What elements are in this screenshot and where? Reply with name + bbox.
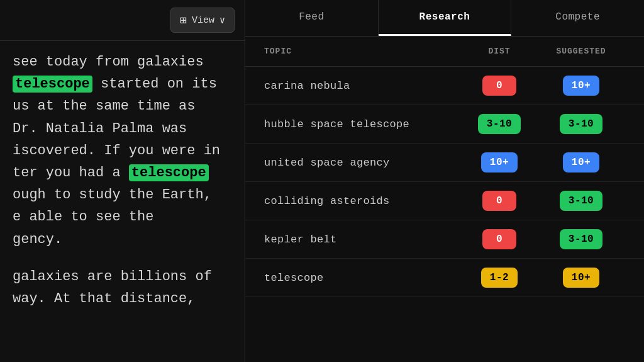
dist-cell: 3-10 <box>462 114 537 134</box>
table-rows: carina nebula 0 10+ hubble space telesco… <box>245 67 644 297</box>
suggested-cell: 10+ <box>537 76 625 96</box>
dist-badge: 0 <box>482 229 516 249</box>
text-line: started on its <box>92 76 217 92</box>
header-dist: DIST <box>462 47 537 56</box>
suggested-cell: 3-10 <box>537 114 625 134</box>
table-header: TOPIC DIST SUGGESTED <box>245 37 644 67</box>
topic-name: colliding asteroids <box>264 195 462 207</box>
header-suggested: SUGGESTED <box>537 47 625 56</box>
text-line: Dr. Natalia Palma was <box>13 121 187 137</box>
table-row[interactable]: united space agency 10+ 10+ <box>245 144 644 182</box>
chevron-down-icon: ∨ <box>219 14 225 26</box>
table-row[interactable]: kepler belt 0 3-10 <box>245 220 644 259</box>
suggested-cell: 3-10 <box>537 191 625 211</box>
dist-badge: 10+ <box>481 152 518 173</box>
research-table: TOPIC DIST SUGGESTED carina nebula 0 10+… <box>245 37 644 362</box>
dist-badge: 1-2 <box>481 268 518 288</box>
left-content: see today from galaxies telescope starte… <box>0 41 245 335</box>
text-line: e able to see the <box>13 209 153 225</box>
suggested-badge: 10+ <box>563 76 599 96</box>
tab-research[interactable]: Research <box>379 0 512 36</box>
topic-name: kepler belt <box>264 234 462 246</box>
table-row[interactable]: carina nebula 0 10+ <box>245 67 644 105</box>
dist-cell: 0 <box>462 76 537 96</box>
text-line: way. At that distance, <box>13 291 195 307</box>
right-panel: Feed Research Compete TOPIC DIST SUGGEST… <box>245 0 644 362</box>
suggested-badge: 10+ <box>563 268 599 288</box>
left-toolbar: ⊞ View ∨ <box>0 0 245 41</box>
view-label: View <box>192 15 214 26</box>
text-block-2: galaxies are billions of way. At that di… <box>13 266 232 310</box>
header-topic: TOPIC <box>264 47 462 56</box>
view-icon: ⊞ <box>180 13 187 27</box>
dist-badge: 3-10 <box>478 114 521 134</box>
tab-feed[interactable]: Feed <box>245 0 379 36</box>
dist-cell: 0 <box>462 191 537 211</box>
highlight-telescope-2: telescope <box>129 164 209 181</box>
suggested-badge: 10+ <box>563 152 599 173</box>
dist-badge: 0 <box>482 76 516 96</box>
table-row[interactable]: telescope 1-2 10+ <box>245 259 644 297</box>
text-line: gency. <box>13 232 62 247</box>
text-line: galaxies are billions of <box>13 269 212 285</box>
table-row[interactable]: hubble space telescope 3-10 3-10 <box>245 105 644 144</box>
table-row[interactable]: colliding asteroids 0 3-10 <box>245 182 644 220</box>
text-line: ough to study the Earth, <box>13 187 212 203</box>
suggested-cell: 10+ <box>537 268 625 288</box>
suggested-badge: 3-10 <box>560 229 602 249</box>
dist-badge: 0 <box>482 191 516 211</box>
topic-name: united space agency <box>264 157 462 169</box>
highlight-telescope-1: telescope <box>13 76 92 93</box>
text-block-1: see today from galaxies telescope starte… <box>13 51 232 251</box>
text-line: iscovered. If you were in <box>13 143 220 159</box>
suggested-cell: 10+ <box>537 152 625 173</box>
suggested-badge: 3-10 <box>560 191 602 211</box>
tabs-container: Feed Research Compete <box>245 0 644 37</box>
suggested-badge: 3-10 <box>560 114 602 134</box>
topic-name: telescope <box>264 272 462 284</box>
tab-compete[interactable]: Compete <box>511 0 644 36</box>
text-line: ter you had a <box>13 165 129 181</box>
topic-name: carina nebula <box>264 80 462 92</box>
text-line: see today from galaxies <box>13 54 204 70</box>
dist-cell: 1-2 <box>462 268 537 288</box>
dist-cell: 10+ <box>462 152 537 173</box>
suggested-cell: 3-10 <box>537 229 625 249</box>
left-panel: ⊞ View ∨ see today from galaxies telesco… <box>0 0 245 362</box>
text-line: us at the same time as <box>13 98 195 114</box>
topic-name: hubble space telescope <box>264 118 462 130</box>
view-button[interactable]: ⊞ View ∨ <box>170 8 235 33</box>
dist-cell: 0 <box>462 229 537 249</box>
